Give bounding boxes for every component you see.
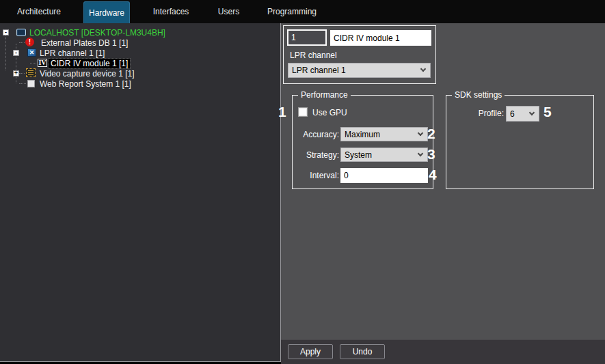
profile-selected-value: 6 <box>510 109 515 119</box>
callout-5: 5 <box>543 104 552 120</box>
use-gpu-label: Use GPU <box>312 108 347 117</box>
accuracy-select[interactable]: Maximum <box>340 127 428 141</box>
tree-item-label: External Plates DB 1 [1] <box>41 38 128 48</box>
apply-button[interactable]: Apply <box>288 344 333 359</box>
tree-item-label: LOCALHOST [DESKTOP-LM3U4BH] <box>29 28 165 38</box>
main-tabbar: Architecture Hardware Interfaces Users P… <box>0 0 605 23</box>
tree-row-localhost[interactable]: - LOCALHOST [DESKTOP-LM3U4BH] <box>0 27 281 38</box>
cidr-module-icon: IV <box>38 59 47 67</box>
tree-item-label-selected: CIDR IV module 1 [1] <box>49 59 130 68</box>
tab-programming[interactable]: Programming <box>263 0 321 23</box>
undo-button[interactable]: Undo <box>340 344 385 359</box>
computer-icon <box>16 29 26 36</box>
strategy-selected-value: System <box>345 150 372 160</box>
callout-2: 2 <box>427 126 435 141</box>
expand-toggle-icon[interactable]: + <box>13 70 19 76</box>
tree-item-label: Web Report System 1 [1] <box>40 79 131 89</box>
interval-label: Interval: <box>294 171 339 180</box>
alert-icon: ! <box>25 38 34 46</box>
lpr-channel-selected-value: LPR channel 1 <box>292 66 346 75</box>
accuracy-selected-value: Maximum <box>345 130 380 139</box>
tree-row-video-capture[interactable]: + Video capture device 1 [1] <box>0 68 281 79</box>
tab-architecture[interactable]: Architecture <box>7 0 71 23</box>
use-gpu-checkbox[interactable] <box>298 107 308 117</box>
tab-hardware[interactable]: Hardware <box>83 1 130 23</box>
lpr-channel-select[interactable]: LPR channel 1 <box>288 63 431 78</box>
profile-label: Profile: <box>465 109 504 118</box>
collapse-toggle-icon[interactable]: - <box>3 29 9 36</box>
chevron-down-icon <box>418 150 423 156</box>
strategy-label: Strategy: <box>294 150 339 160</box>
tree-item-label: LPR channel 1 [1] <box>40 48 105 58</box>
strategy-select[interactable]: System <box>340 148 428 162</box>
lpr-channel-label: LPR channel <box>290 51 337 60</box>
collapse-toggle-icon[interactable]: - <box>13 50 19 56</box>
tree-row-cidr-module[interactable]: IV CIDR IV module 1 [1] <box>0 58 281 68</box>
accuracy-label: Accuracy: <box>294 130 339 139</box>
tree-row-web-report[interactable]: Web Report System 1 [1] <box>0 79 281 89</box>
module-number-input[interactable]: 1 <box>287 29 327 46</box>
application-window: Architecture Hardware Interfaces Users P… <box>0 0 605 364</box>
chevron-down-icon <box>418 130 423 135</box>
tree-row-lpr-channel[interactable]: - ✕ LPR channel 1 [1] <box>0 48 281 58</box>
interval-input[interactable]: 0 <box>340 168 428 183</box>
sdk-settings-group-title: SDK settings <box>452 90 505 100</box>
chevron-down-icon <box>529 109 535 115</box>
callout-1: 1 <box>278 104 286 120</box>
tree-row-external-plates-db[interactable]: ! External Plates DB 1 [1] <box>0 38 281 48</box>
tree-item-label: Video capture device 1 [1] <box>40 69 135 79</box>
chip-icon <box>26 68 36 77</box>
action-bar: Apply Undo <box>281 339 605 364</box>
tab-users[interactable]: Users <box>210 0 247 23</box>
performance-group-title: Performance <box>298 90 351 100</box>
chevron-down-icon <box>420 66 426 72</box>
callout-3: 3 <box>427 147 435 162</box>
module-name-input[interactable]: CIDR IV module 1 <box>330 30 431 46</box>
hardware-tree-panel: - LOCALHOST [DESKTOP-LM3U4BH] ! External… <box>0 23 281 362</box>
module-icon <box>27 80 35 87</box>
lpr-channel-icon: ✕ <box>27 48 36 57</box>
callout-4: 4 <box>429 167 437 182</box>
profile-select[interactable]: 6 <box>506 106 539 122</box>
tab-interfaces[interactable]: Interfaces <box>145 0 197 23</box>
